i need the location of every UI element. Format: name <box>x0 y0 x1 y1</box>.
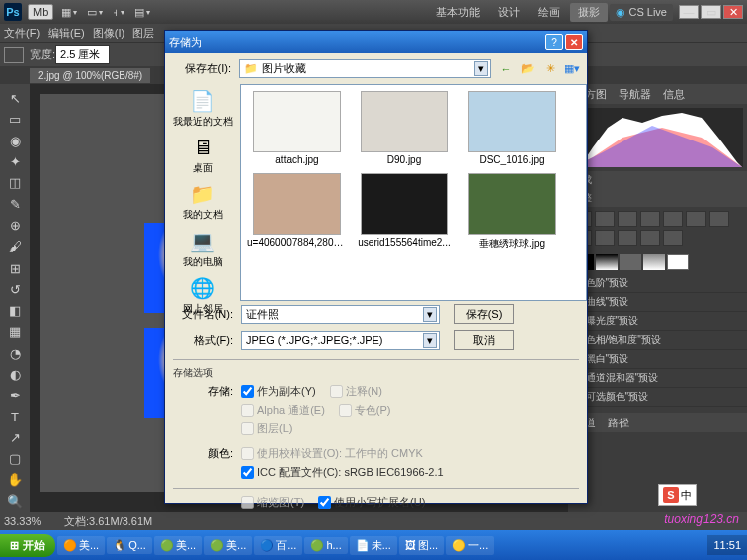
back-icon[interactable]: ← <box>497 60 515 78</box>
place-mydocs[interactable]: 📁我的文档 <box>183 181 223 222</box>
dialog-close-icon[interactable]: ✕ <box>565 34 583 50</box>
savein-combo[interactable]: 📁图片收藏 <box>239 59 491 78</box>
place-desktop[interactable]: 🖥桌面 <box>188 135 218 175</box>
place-mycomputer[interactable]: 💻我的电脑 <box>183 228 223 269</box>
threshold-icon[interactable] <box>663 230 683 246</box>
preset-exposure[interactable]: "曝光度"预设 <box>568 312 747 331</box>
invert-icon[interactable] <box>618 230 637 246</box>
up-icon[interactable]: 📂 <box>519 60 537 78</box>
taskbar-item[interactable]: 🟠美... <box>57 536 105 555</box>
vibrance-icon[interactable] <box>663 211 683 227</box>
menu-file[interactable]: 文件(F) <box>4 26 40 41</box>
start-button[interactable]: ⊞开始 <box>0 534 55 557</box>
taskbar-item[interactable]: 🟢美... <box>204 536 252 555</box>
marquee-tool-icon[interactable]: ▭ <box>4 110 26 129</box>
titlebar-dropdown-1[interactable]: ▦ <box>57 4 81 21</box>
zoom-tool-icon[interactable]: 🔍 <box>4 492 26 511</box>
workspace-paint[interactable]: 绘画 <box>530 3 568 22</box>
swatch-white[interactable] <box>667 254 689 270</box>
poster-icon[interactable] <box>640 230 660 246</box>
workspace-design[interactable]: 设计 <box>490 3 528 22</box>
swatch-grad1[interactable] <box>596 254 618 270</box>
levels-icon[interactable] <box>595 211 615 227</box>
dialog-help-icon[interactable]: ? <box>545 34 563 50</box>
menu-layer[interactable]: 图层 <box>132 26 154 41</box>
document-tab[interactable]: 2.jpg @ 100%(RGB/8#) <box>30 68 150 83</box>
system-tray[interactable]: 11:51 <box>707 535 747 555</box>
preset-levels[interactable]: "色阶"预设 <box>568 274 747 293</box>
titlebar-dropdown-3[interactable]: ⫞ <box>109 4 128 20</box>
taskbar-item[interactable]: 📄未... <box>350 536 397 555</box>
newfolder-icon[interactable]: ✳ <box>541 60 559 78</box>
dialog-titlebar[interactable]: 存储为 ? ✕ <box>165 31 587 53</box>
wand-tool-icon[interactable]: ✦ <box>4 152 26 171</box>
chk-lowercase-ext[interactable]: 使用小写扩展名(U) <box>318 495 425 510</box>
eraser-tool-icon[interactable]: ◧ <box>4 301 26 320</box>
taskbar-item[interactable]: 🔵百... <box>254 536 302 555</box>
mixer-icon[interactable] <box>595 230 615 246</box>
tab-info[interactable]: 信息 <box>657 87 691 102</box>
swatch-gray[interactable] <box>620 254 641 270</box>
chk-copy[interactable]: 作为副本(Y) <box>241 384 316 399</box>
chk-icc[interactable]: ICC 配置文件(C): sRGB IEC61966-2.1 <box>241 465 444 480</box>
brush-tool-icon[interactable]: 🖌 <box>4 237 26 256</box>
type-tool-icon[interactable]: T <box>4 407 26 425</box>
place-recent[interactable]: 📄我最近的文档 <box>173 88 233 129</box>
close-button[interactable]: ✕ <box>723 5 743 19</box>
preset-curves[interactable]: "曲线"预设 <box>568 293 747 312</box>
taskbar-item[interactable]: 🟢h... <box>304 537 347 554</box>
menu-edit[interactable]: 编辑(E) <box>48 26 85 41</box>
titlebar-dropdown-2[interactable]: ▭ <box>83 4 107 21</box>
exposure-icon[interactable] <box>640 211 660 227</box>
preset-hue[interactable]: "色相/饱和度"预设 <box>568 331 747 350</box>
cslive-button[interactable]: ◉CS Live <box>610 4 673 21</box>
crop-tool-icon[interactable] <box>4 47 24 63</box>
hand-tool-icon[interactable]: ✋ <box>4 470 26 489</box>
move-tool-icon[interactable]: ↖ <box>4 89 26 108</box>
file-item[interactable]: userid155564time2... <box>355 173 454 251</box>
menu-image[interactable]: 图像(I) <box>93 26 124 41</box>
gradient-tool-icon[interactable]: ▦ <box>4 322 26 341</box>
taskbar-item[interactable]: 🐧Q... <box>107 537 152 554</box>
zoom-value[interactable]: 33.33% <box>4 515 64 527</box>
hue-icon[interactable] <box>686 211 706 227</box>
minibridge-button[interactable]: Mb <box>28 4 53 20</box>
titlebar-dropdown-4[interactable]: ▤ <box>130 4 154 21</box>
preset-bw[interactable]: "黑白"预设 <box>568 350 747 369</box>
cancel-button[interactable]: 取消 <box>454 330 514 350</box>
shape-tool-icon[interactable]: ▢ <box>4 449 26 468</box>
swatch-grad2[interactable] <box>643 254 665 270</box>
workspace-photo[interactable]: 摄影 <box>570 3 608 22</box>
file-item[interactable]: DSC_1016.jpg <box>462 91 562 165</box>
width-input[interactable]: 2.5 厘米 <box>55 45 110 64</box>
eyedropper-tool-icon[interactable]: ✎ <box>4 194 26 213</box>
path-tool-icon[interactable]: ↗ <box>4 428 26 447</box>
maximize-button[interactable]: ▭ <box>701 5 721 19</box>
filename-input[interactable]: 证件照 <box>241 305 440 324</box>
stamp-tool-icon[interactable]: ⊞ <box>4 258 26 277</box>
workspace-basic[interactable]: 基本功能 <box>428 3 488 22</box>
file-item[interactable]: 垂穗绣球球.jpg <box>462 173 562 251</box>
lasso-tool-icon[interactable]: ◉ <box>4 132 26 150</box>
save-button[interactable]: 保存(S) <box>454 304 514 324</box>
taskbar-item[interactable]: 🟡一... <box>446 536 494 555</box>
ime-indicator[interactable]: S中 <box>658 484 697 506</box>
minimize-button[interactable]: — <box>679 5 699 19</box>
crop-tool-icon[interactable]: ◫ <box>4 173 26 192</box>
taskbar-item[interactable]: 🟢美... <box>154 536 202 555</box>
pen-tool-icon[interactable]: ✒ <box>4 386 26 405</box>
file-item[interactable]: D90.jpg <box>355 91 454 165</box>
taskbar-item[interactable]: 🖼图... <box>399 536 444 555</box>
blur-tool-icon[interactable]: ◔ <box>4 344 26 363</box>
dodge-tool-icon[interactable]: ◐ <box>4 365 26 384</box>
curves-icon[interactable] <box>618 211 637 227</box>
format-combo[interactable]: JPEG (*.JPG;*.JPEG;*.JPE) <box>241 331 440 350</box>
preset-selective[interactable]: "可选颜色"预设 <box>568 388 747 407</box>
tab-navigator[interactable]: 导航器 <box>613 87 657 102</box>
file-item[interactable]: u=4060007884,2808... <box>247 173 347 251</box>
history-tool-icon[interactable]: ↺ <box>4 280 26 299</box>
file-item[interactable]: attach.jpg <box>247 91 347 165</box>
heal-tool-icon[interactable]: ⊕ <box>4 216 26 235</box>
tab-paths[interactable]: 路径 <box>602 416 635 430</box>
bw-icon[interactable] <box>709 211 729 227</box>
